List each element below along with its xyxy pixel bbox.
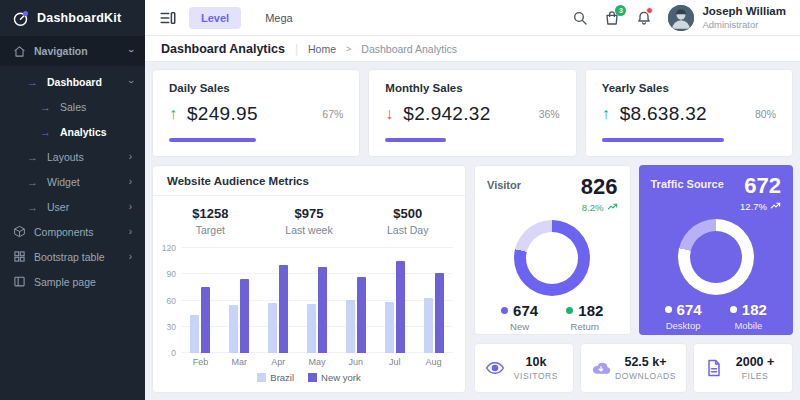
sidebar-nav: Navigation›→Dashboard›→Sales→Analytics→L… — [0, 36, 145, 400]
bar-new-york — [240, 279, 249, 353]
y-tick-label: 120 — [162, 243, 176, 253]
sidebar-item-sales[interactable]: →Sales — [0, 94, 145, 119]
progress-bar — [385, 138, 446, 142]
breadcrumb-current: Dashboard Analytics — [361, 43, 457, 55]
sidebar-item-analytics[interactable]: →Analytics — [0, 119, 145, 144]
mini-value: 10k — [509, 355, 563, 369]
sidebar-item-navigation[interactable]: Navigation› — [0, 36, 145, 66]
audience-metrics-card: Website Audience Metrics $1258 Target $9… — [152, 165, 466, 393]
bar-brazil — [268, 303, 277, 353]
legend-label: Desktop — [665, 320, 702, 331]
user-role: Administrator — [702, 19, 786, 30]
x-tick-label: May — [298, 357, 337, 367]
sidebar-item-widget[interactable]: →Widget› — [0, 169, 145, 194]
visitor-total: 826 — [581, 174, 618, 199]
tab-mega[interactable]: Mega — [253, 7, 305, 29]
bar-chart: 0306090120 — [161, 248, 453, 353]
x-tick-label: Mar — [220, 357, 259, 367]
mini-stats-row: 10k VISITORS 52.5 k+ DOWNLOADS — [474, 343, 793, 393]
stat-percent: 80% — [755, 108, 776, 120]
audience-stat-last-day: $500 Last Day — [358, 206, 457, 236]
monthly-sales-card: Monthly Sales ↓ $2.942.32 36% — [368, 69, 576, 157]
bar-group-jul — [375, 248, 414, 353]
sidebar-item-layouts[interactable]: →Layouts› — [0, 144, 145, 169]
trend-up-icon — [607, 202, 618, 213]
bell-icon[interactable] — [636, 10, 652, 26]
visitors-mini-card: 10k VISITORS — [474, 343, 574, 393]
header-actions: 3 — [572, 5, 786, 31]
x-tick-label: Apr — [259, 357, 298, 367]
second-row: Website Audience Metrics $1258 Target $9… — [152, 165, 793, 393]
content: Daily Sales ↑ $249.95 67% Monthly Sales … — [145, 62, 800, 400]
breadcrumb-chevron-icon: > — [346, 44, 351, 54]
chevron-down-icon: › — [125, 49, 135, 52]
chevron-right-icon: › — [129, 227, 132, 237]
bar-group-may — [298, 248, 337, 353]
legend-swatch — [308, 373, 317, 382]
cloud-download-icon — [591, 358, 611, 378]
menu-toggle-icon[interactable] — [159, 9, 177, 27]
sidebar-item-user[interactable]: →User› — [0, 194, 145, 219]
progress-bar — [602, 138, 724, 142]
header: Level Mega 3 — [145, 0, 800, 36]
logo-text: DashboardKit — [37, 11, 121, 25]
logo[interactable]: DashboardKit — [0, 0, 145, 36]
traffic-total: 672 — [744, 173, 781, 198]
audience-stat-target: $1258 Target — [161, 206, 260, 236]
visitor-trend: 8.2% — [582, 202, 604, 213]
breadcrumb-divider: | — [295, 42, 298, 56]
tab-level[interactable]: Level — [189, 7, 241, 29]
bar-new-york — [279, 265, 288, 353]
stat-percent: 36% — [539, 108, 560, 120]
chevron-right-icon: › — [129, 252, 132, 262]
user-menu[interactable]: Joseph William Administrator — [668, 5, 786, 31]
bar-new-york — [201, 287, 210, 354]
chevron-right-icon: › — [129, 152, 132, 162]
stat-value: $1258 — [161, 206, 260, 221]
chevron-down-icon: › — [125, 80, 135, 83]
stat-value: $2.942.32 — [403, 103, 490, 125]
right-column: Visitor 826 8.2% 6 — [474, 165, 793, 393]
bar-new-york — [396, 261, 405, 353]
legend-item-return: 182 Return — [566, 302, 603, 332]
sidebar-item-sample-page[interactable]: Sample page — [0, 269, 145, 294]
daily-sales-card: Daily Sales ↑ $249.95 67% — [152, 69, 360, 157]
sidebar-item-dashboard[interactable]: →Dashboard› — [0, 69, 145, 94]
arrow-right-icon: → — [26, 151, 39, 163]
legend-label: Return — [566, 321, 603, 332]
search-icon[interactable] — [572, 10, 588, 26]
legend-item-new: 674 New — [501, 302, 538, 332]
sidebar-item-bootstrap-table[interactable]: Bootstrap table› — [0, 244, 145, 269]
x-tick-label: Aug — [414, 357, 453, 367]
legend-item-new-york: New york — [308, 372, 361, 383]
card-title: Traffic Source — [651, 175, 724, 212]
trend-arrow-icon: ↓ — [385, 106, 393, 122]
stats-row: Daily Sales ↑ $249.95 67% Monthly Sales … — [152, 69, 793, 157]
eye-icon — [485, 358, 505, 378]
mini-label: DOWNLOADS — [615, 371, 676, 381]
yearly-sales-card: Yearly Sales ↑ $8.638.32 80% — [585, 69, 793, 157]
sidebar-item-label: User — [47, 201, 121, 213]
card-title: Visitor — [487, 176, 521, 213]
user-name: Joseph William — [702, 5, 786, 19]
page-icon — [13, 275, 26, 288]
sidebar-item-label: Widget — [47, 176, 121, 188]
mini-label: VISITORS — [509, 371, 563, 381]
stat-value: $249.95 — [187, 103, 258, 125]
sidebar: DashboardKit Navigation›→Dashboard›→Sale… — [0, 0, 145, 400]
main-area: Level Mega 3 — [145, 0, 800, 400]
visitor-donut-chart — [514, 220, 590, 296]
bar-brazil — [229, 305, 238, 353]
bar-brazil — [346, 300, 355, 353]
traffic-donut-chart — [678, 219, 754, 295]
bar-group-aug — [414, 248, 453, 353]
breadcrumb-home-link[interactable]: Home — [308, 43, 336, 55]
arrow-right-icon: → — [26, 201, 39, 213]
sidebar-item-components[interactable]: Components› — [0, 219, 145, 244]
trend-up-icon — [770, 201, 781, 212]
chart-y-axis: 0306090120 — [161, 248, 181, 353]
sidebar-item-label: Navigation — [34, 45, 121, 57]
cart-icon[interactable]: 3 — [604, 10, 620, 26]
traffic-source-card: Traffic Source 672 12.7% — [639, 165, 794, 335]
stat-percent: 67% — [322, 108, 343, 120]
